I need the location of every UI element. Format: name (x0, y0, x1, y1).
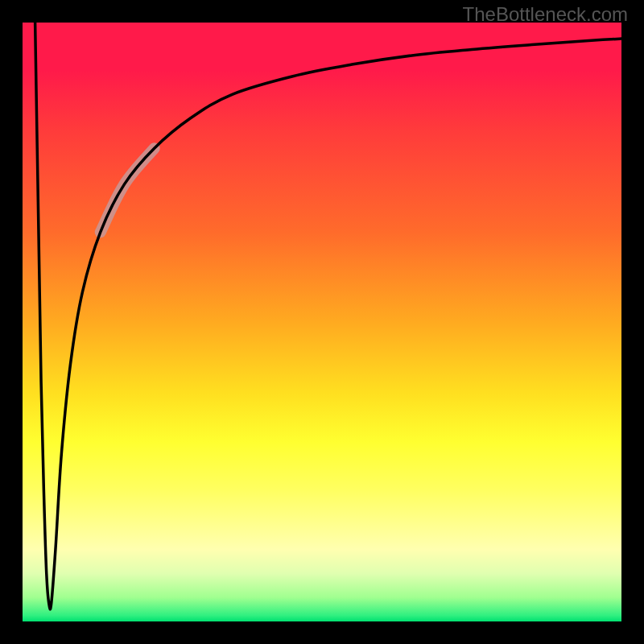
curve-highlight-segment (101, 148, 155, 232)
bottleneck-curve (35, 23, 621, 609)
curve-svg (23, 23, 621, 621)
chart-plot-area (23, 23, 621, 621)
watermark-text: TheBottleneck.com (463, 3, 628, 26)
